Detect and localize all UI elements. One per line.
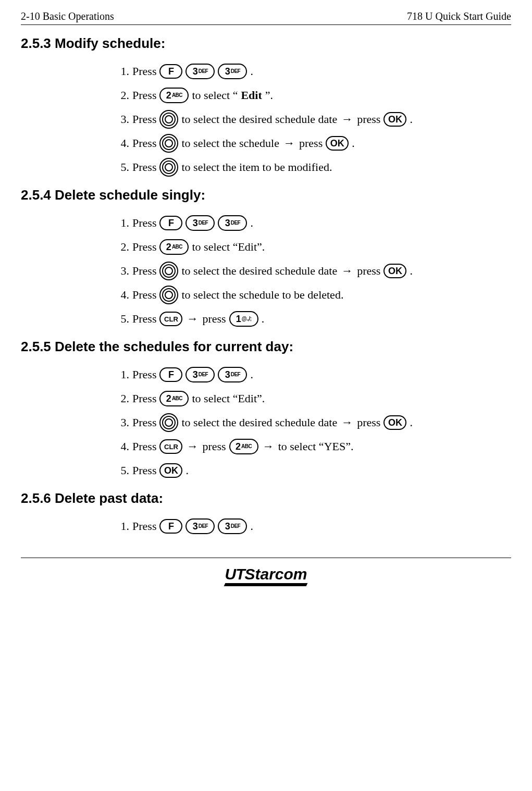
step-text: Press [132, 89, 156, 102]
step-text: . [352, 137, 355, 150]
step-text: to select the desired schedule date [181, 113, 337, 126]
step-text: Press [132, 440, 156, 453]
logo-ut: UT [225, 565, 244, 583]
step: 4. Press CLR → press 2ABC → to select “Y… [115, 436, 511, 457]
key-3-icon: 3DEF [185, 215, 215, 231]
step-number: 5. [115, 160, 129, 174]
step: 4. Press to select the schedule to be de… [115, 285, 511, 305]
step: 5. Press to select the item to be modifi… [115, 157, 511, 178]
key-3-icon: 3DEF [185, 64, 215, 79]
step-text: Press [132, 368, 156, 381]
step-number: 4. [115, 440, 129, 453]
arrow-icon: → [340, 113, 354, 126]
step-text: Press [132, 264, 156, 278]
section-2-5-5-steps: 1. Press F 3DEF 3DEF . 2. Press 2ABC to … [115, 364, 511, 481]
step-text: Press [132, 216, 156, 230]
key-navpad-icon [159, 134, 178, 153]
key-1-icon: 1@.,/; [229, 311, 258, 327]
arrow-icon: → [340, 264, 354, 278]
footer-rule [21, 558, 511, 558]
key-2-icon: 2ABC [159, 88, 189, 103]
step: 5. Press OK . [115, 460, 511, 481]
step-number: 3. [115, 416, 129, 429]
step-text: Press [132, 464, 156, 477]
key-navpad-icon [159, 286, 178, 304]
step-number: 3. [115, 264, 129, 278]
header-left: 2-10 Basic Operations [21, 10, 114, 22]
step-text: press [202, 312, 226, 326]
step: 4. Press to select the schedule → press … [115, 133, 511, 154]
step-text: Press [132, 65, 156, 78]
step-text: . [410, 113, 413, 126]
step-text: Press [132, 160, 156, 174]
section-2-5-3-title: 2.5.3 Modify schedule: [21, 35, 511, 52]
key-f-icon: F [159, 64, 182, 79]
header-right: 718 U Quick Start Guide [407, 10, 511, 22]
step: 2. Press 2ABC to select “Edit”. [115, 237, 511, 257]
key-3-icon: 3DEF [218, 518, 247, 534]
step-text: to select the item to be modified. [181, 160, 332, 174]
step-text: Edit [241, 89, 262, 102]
step-text: . [250, 216, 253, 230]
step: 1. Press F 3DEF 3DEF . [115, 364, 511, 385]
section-2-5-6-steps: 1. Press F 3DEF 3DEF . [115, 516, 511, 537]
step-text: Press [132, 392, 156, 405]
step-text: Press [132, 288, 156, 302]
arrow-icon: → [185, 440, 199, 453]
step-text: Press [132, 312, 156, 326]
step-text: to select the desired schedule date [181, 264, 337, 278]
key-2-icon: 2ABC [159, 239, 189, 255]
step-text: to select “YES”. [278, 440, 354, 453]
key-f-icon: F [159, 519, 182, 534]
step-text: . [250, 368, 253, 381]
step-number: 3. [115, 113, 129, 126]
step: 2. Press 2ABC to select “Edit”. [115, 388, 511, 409]
key-ok-icon: OK [383, 264, 406, 278]
section-2-5-6-title: 2.5.6 Delete past data: [21, 490, 511, 506]
step: 3. Press to select the desired schedule … [115, 261, 511, 281]
step-number: 4. [115, 137, 129, 150]
step-number: 4. [115, 288, 129, 302]
step-text: Press [132, 416, 156, 429]
step-number: 1. [115, 216, 129, 230]
step-text: . [185, 464, 189, 477]
key-ok-icon: OK [159, 463, 182, 478]
key-clr-icon: CLR [159, 439, 182, 454]
step-text: Press [132, 520, 156, 533]
step-text: ”. [265, 89, 273, 102]
key-ok-icon: OK [383, 415, 406, 430]
step-text: . [410, 416, 413, 429]
key-3-icon: 3DEF [218, 367, 247, 382]
step: 1. Press F 3DEF 3DEF . [115, 61, 511, 82]
step: 3. Press to select the desired schedule … [115, 109, 511, 130]
step-text: press [202, 440, 226, 453]
section-2-5-4-title: 2.5.4 Delete schedule singly: [21, 187, 511, 203]
step: 1. Press F 3DEF 3DEF . [115, 516, 511, 537]
step-text: press [357, 416, 380, 429]
key-3-icon: 3DEF [218, 215, 247, 231]
step-text: to select the schedule to be deleted. [181, 288, 343, 302]
key-navpad-icon [159, 158, 178, 177]
step-text: . [410, 264, 413, 278]
key-2-icon: 2ABC [159, 391, 189, 406]
step: 3. Press to select the desired schedule … [115, 412, 511, 433]
step: 1. Press F 3DEF 3DEF . [115, 213, 511, 233]
key-2-icon: 2ABC [229, 439, 258, 454]
step: 2. Press 2ABC to select “Edit”. [115, 85, 511, 106]
step-text: to select the schedule [181, 137, 279, 150]
utstarcom-logo: UTStarcom [225, 565, 307, 586]
logo-rest: Starcom [244, 565, 307, 583]
key-3-icon: 3DEF [218, 64, 247, 79]
step-text: to select the desired schedule date [181, 416, 337, 429]
step-number: 2. [115, 89, 129, 102]
step-text: to select “ [192, 89, 238, 102]
step-text: . [250, 65, 253, 78]
key-f-icon: F [159, 216, 182, 230]
arrow-icon: → [185, 312, 199, 326]
key-3-icon: 3DEF [185, 367, 215, 382]
step-text: . [250, 520, 253, 533]
logo-underline-icon [224, 583, 308, 586]
section-2-5-5-title: 2.5.5 Delete the schedules for current d… [21, 339, 511, 355]
step-number: 1. [115, 65, 129, 78]
key-navpad-icon [159, 262, 178, 280]
